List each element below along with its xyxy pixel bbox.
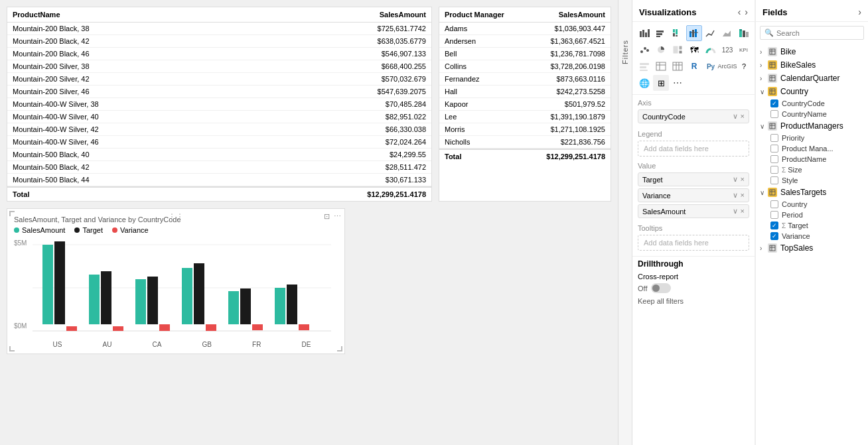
field-checkbox[interactable] xyxy=(770,200,778,208)
x-label-fr: FR xyxy=(252,341,261,348)
viz-icon-card[interactable]: 123 xyxy=(719,42,735,58)
viz-icon-custom[interactable]: ⊞ xyxy=(653,75,669,91)
axis-chevron-down[interactable]: ∨ xyxy=(733,112,738,121)
viz-icon-selected[interactable] xyxy=(686,25,702,41)
field-group-header[interactable]: ›BikeSales xyxy=(756,58,868,72)
value-field-variance[interactable]: Variance ∨× xyxy=(638,188,749,202)
field-group-header[interactable]: ›CalendarQuarter xyxy=(756,72,868,85)
value-field-salesamount[interactable]: SalesAmount ∨× xyxy=(638,204,749,218)
viz-icon-col[interactable] xyxy=(653,25,669,41)
viz-icon-ribbon[interactable] xyxy=(736,25,752,41)
viz-icon-stacked[interactable] xyxy=(670,25,686,41)
viz-icon-qa[interactable]: ? xyxy=(736,58,752,74)
viz-icon-gauge[interactable] xyxy=(703,42,719,58)
field-checkbox[interactable] xyxy=(770,145,778,153)
variance-chevron[interactable]: ∨ xyxy=(733,191,738,200)
viz-icon-py[interactable]: Py xyxy=(703,58,719,74)
search-input[interactable] xyxy=(776,29,859,37)
search-box[interactable]: 🔍 xyxy=(760,26,864,40)
variance-remove[interactable]: × xyxy=(741,191,745,200)
field-item[interactable]: ✓Variance xyxy=(756,231,868,241)
sales-chevron[interactable]: ∨ xyxy=(733,207,738,216)
viz-icon-slicer[interactable] xyxy=(636,58,652,74)
field-item[interactable]: Period xyxy=(756,210,868,220)
viz-icon-area[interactable] xyxy=(719,25,735,41)
target-chevron[interactable]: ∨ xyxy=(733,175,738,184)
field-item[interactable]: Product Mana... xyxy=(756,143,868,154)
field-checkbox[interactable]: ✓ xyxy=(770,222,778,229)
field-group: ›CalendarQuarter xyxy=(756,72,868,85)
drag-handle[interactable]: ⋮⋮ xyxy=(168,212,184,222)
field-item[interactable]: ✓CountryCode xyxy=(756,98,868,109)
svg-rect-62 xyxy=(770,62,775,68)
field-name: CountryName xyxy=(782,110,864,118)
viz-icon-r[interactable]: R xyxy=(686,58,702,74)
svg-rect-19 xyxy=(287,285,297,324)
field-item[interactable]: ΣSize xyxy=(756,164,868,175)
field-checkbox[interactable] xyxy=(770,211,778,219)
field-group-header[interactable]: ∨ProductManagers xyxy=(756,119,868,133)
left-table-row: Mountain-400-W Silver, 46$72,024.264 xyxy=(7,136,431,149)
resize-tl[interactable] xyxy=(9,211,15,216)
svg-rect-20 xyxy=(299,324,309,330)
axis-field-pill[interactable]: CountryCode ∨ × xyxy=(638,109,749,123)
col-productmanager: Product Manager xyxy=(439,7,528,23)
col-productname: ProductName xyxy=(7,7,270,23)
svg-rect-29 xyxy=(673,33,675,36)
viz-icon-scatter[interactable] xyxy=(636,42,652,58)
resize-br[interactable] xyxy=(337,346,342,351)
group-name: TopSales xyxy=(780,243,813,253)
field-name: Country xyxy=(782,200,864,208)
filters-tab[interactable]: Filters xyxy=(618,0,632,445)
viz-chevron-left[interactable]: ‹ xyxy=(738,7,741,17)
sales-remove[interactable]: × xyxy=(741,207,745,216)
expand-icon[interactable]: ⊡ xyxy=(324,212,330,221)
field-group-header[interactable]: ›TopSales xyxy=(756,241,868,255)
field-checkbox[interactable]: ✓ xyxy=(770,232,778,240)
field-checkbox[interactable] xyxy=(770,166,778,174)
field-item[interactable]: Priority xyxy=(756,133,868,143)
legend-drop-zone[interactable]: Add data fields here xyxy=(638,141,749,157)
fields-expand[interactable]: › xyxy=(858,7,861,17)
field-group-header[interactable]: ∨SalesTargets xyxy=(756,186,868,199)
svg-rect-47 xyxy=(679,50,682,54)
viz-icon-kpi[interactable]: KPI xyxy=(736,42,752,58)
field-item[interactable]: ProductName xyxy=(756,154,868,164)
left-table-row: Mountain-400-W Silver, 42$66,330.038 xyxy=(7,123,431,136)
field-group-header[interactable]: ∨Country xyxy=(756,85,868,98)
viz-icon-treemap[interactable] xyxy=(670,42,686,58)
field-checkbox[interactable] xyxy=(770,176,778,184)
field-group-header[interactable]: ›Bike xyxy=(756,45,868,58)
viz-chevron-right[interactable]: › xyxy=(745,7,748,17)
viz-icon-line[interactable] xyxy=(703,25,719,41)
svg-rect-10 xyxy=(147,277,158,324)
tooltips-drop-zone[interactable]: Add data fields here xyxy=(638,235,749,251)
field-checkbox[interactable] xyxy=(770,134,778,142)
field-checkbox[interactable]: ✓ xyxy=(770,99,778,107)
field-name: Style xyxy=(782,176,864,184)
chevron-icon: › xyxy=(760,62,766,69)
field-item[interactable]: Style xyxy=(756,175,868,186)
field-checkbox[interactable] xyxy=(770,110,778,118)
viz-icon-bar[interactable] xyxy=(636,25,652,41)
right-table: Product Manager SalesAmount Adams$1,036,… xyxy=(439,7,611,202)
field-item[interactable]: CountryName xyxy=(756,109,868,119)
field-checkbox[interactable] xyxy=(770,155,778,163)
viz-icon-map[interactable]: 🗺 xyxy=(686,42,702,58)
target-remove[interactable]: × xyxy=(741,175,745,184)
viz-icon-globe[interactable]: 🌐 xyxy=(636,75,652,91)
axis-remove[interactable]: × xyxy=(741,112,745,121)
chevron-icon: ∨ xyxy=(760,88,766,95)
viz-icon-pie[interactable] xyxy=(653,42,669,58)
viz-icon-table[interactable] xyxy=(653,58,669,74)
viz-icon-matrix[interactable] xyxy=(670,58,686,74)
value-field-target[interactable]: Target ∨× xyxy=(638,172,749,186)
viz-icon-more[interactable]: ⋯ xyxy=(670,75,686,91)
field-item[interactable]: Country xyxy=(756,199,868,210)
field-item[interactable]: ✓ΣTarget xyxy=(756,220,868,231)
viz-icon-ai[interactable]: ArcGIS xyxy=(719,58,735,74)
drillthrough-toggle[interactable] xyxy=(651,283,671,293)
right-table-row: Kapoor$501,979.52 xyxy=(439,98,611,111)
more-icon[interactable]: ⋯ xyxy=(334,212,341,221)
right-table-row: Andersen$1,363,667.4521 xyxy=(439,35,611,48)
